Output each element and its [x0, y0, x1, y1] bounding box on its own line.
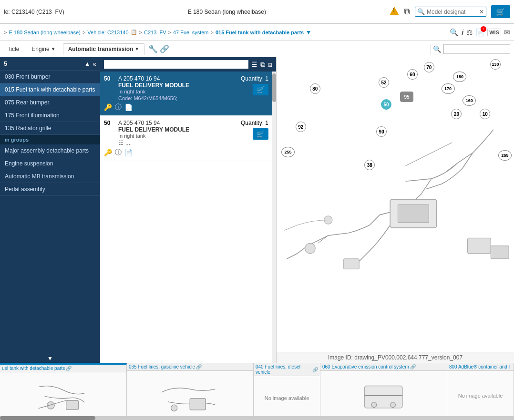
- breadcrumb-item-1[interactable]: Vehicle: C213140: [87, 30, 128, 35]
- part-2-doc-icon[interactable]: 📄: [124, 149, 133, 156]
- thumb-5-label-text[interactable]: 800 AdBlue® container and l: [449, 364, 510, 369]
- thumb-1-link-icon[interactable]: 🔗: [66, 366, 72, 371]
- sidebar-section-in-groups: in groups: [0, 135, 100, 144]
- part-1-cart-btn[interactable]: 🛒: [253, 84, 268, 95]
- email-icon[interactable]: ✉: [504, 28, 510, 37]
- parts-item-2[interactable]: 50 A 205 470 15 94 FUEL DELIVERY MODULE …: [100, 116, 272, 161]
- breadcrumb-copy-icon[interactable]: 📋: [131, 29, 137, 35]
- diag-label-255-right[interactable]: 255: [498, 150, 512, 161]
- parts-scrollbar[interactable]: [272, 72, 276, 363]
- diag-label-70[interactable]: 70: [424, 62, 434, 72]
- thumb-4-label-text[interactable]: 060 Evaporative emission control system: [322, 364, 409, 369]
- sidebar-scroll-down[interactable]: ▼: [0, 354, 100, 363]
- breadcrumb-dropdown-icon[interactable]: ▼: [306, 29, 311, 36]
- diag-label-95[interactable]: 95: [400, 92, 413, 102]
- search-clear-icon[interactable]: ✕: [479, 9, 484, 15]
- thumb-item-3[interactable]: 040 Fuel lines, diesel vehicle 🔗 No imag…: [254, 363, 320, 420]
- diag-label-52[interactable]: 52: [379, 77, 389, 88]
- sidebar-item-pedal[interactable]: Pedal assembly: [0, 183, 100, 196]
- parts-search-input[interactable]: [104, 60, 248, 69]
- sidebar-item-engine-suspension[interactable]: Engine suspension: [0, 157, 100, 170]
- sidebar-item-major-assembly[interactable]: Major assembly detachable parts: [0, 144, 100, 157]
- doc-notification-icon[interactable]: 📄 !: [475, 28, 484, 37]
- diag-label-50[interactable]: 50: [381, 99, 391, 110]
- thumb-strip: uel tank with detachable parts 🔗 035 Fue…: [0, 363, 514, 420]
- breadcrumb-sep-3: >: [211, 30, 214, 35]
- thumb-item-4[interactable]: 060 Evaporative emission control system …: [320, 363, 447, 420]
- parts-list-body: 50 A 205 470 16 94 FUEL DELIVERY MODULE …: [100, 72, 276, 363]
- sidebar-item-135[interactable]: 135 Radiator grille: [0, 122, 100, 135]
- info-icon[interactable]: i: [462, 28, 463, 36]
- breadcrumb-sep-1: >: [139, 30, 142, 35]
- tab-automatic-transmission[interactable]: Automatic transmission ▼: [63, 43, 145, 55]
- svg-point-9: [305, 243, 316, 254]
- thumb-item-2[interactable]: 035 Fuel lines, gasoline vehicle 🔗: [127, 363, 254, 420]
- sidebar-item-175[interactable]: 175 Front illumination: [0, 109, 100, 122]
- diag-label-130[interactable]: 130: [490, 59, 501, 70]
- sidebar-item-075[interactable]: 075 Rear bumper: [0, 96, 100, 109]
- tab-search-input[interactable]: [443, 44, 510, 54]
- thumb-item-1[interactable]: uel tank with detachable parts 🔗: [0, 363, 127, 420]
- breadcrumb-arrow: >: [4, 30, 7, 35]
- sidebar-down-btn[interactable]: ▼: [47, 355, 53, 362]
- diag-label-60[interactable]: 60: [407, 69, 418, 80]
- thumb-2-link-icon[interactable]: 🔗: [196, 364, 202, 369]
- parts-list-header: ☰ ⧉ ⧈: [100, 57, 276, 72]
- filter-icon[interactable]: ⚖: [466, 28, 473, 37]
- breadcrumb-item-3[interactable]: 47 Fuel system: [173, 30, 209, 35]
- tab-engine[interactable]: Engine ▼: [26, 43, 61, 55]
- part-2-details: A 205 470 15 94 FUEL DELIVERY MODULE In …: [118, 120, 238, 146]
- part-1-pos: 50: [104, 75, 115, 82]
- part-1-info-icon[interactable]: ⓘ: [115, 103, 122, 112]
- breadcrumb-item-4[interactable]: 015 Fuel tank with detachable parts: [216, 30, 304, 35]
- tab-search-icon: 🔍: [431, 44, 443, 54]
- thumb-3-link-icon[interactable]: 🔗: [312, 367, 318, 372]
- spanner-icon[interactable]: 🔧: [148, 44, 158, 53]
- part-2-key-icon[interactable]: 🔑: [104, 149, 112, 156]
- thumb-strip-scrollbar[interactable]: [0, 416, 514, 420]
- tab-vehicle[interactable]: ticle: [4, 43, 24, 55]
- image-viewer: 130 70 60 52 80 180 170 160 50 95 20 10 …: [277, 57, 514, 363]
- sidebar-item-030[interactable]: 030 Front bumper: [0, 71, 100, 83]
- parts-item-1[interactable]: 50 A 205 470 16 94 FUEL DELIVERY MODULE …: [100, 72, 272, 116]
- svg-rect-11: [344, 259, 359, 269]
- thumb-1-label-text[interactable]: uel tank with detachable parts: [2, 366, 65, 371]
- breadcrumb-item-0[interactable]: E 180 Sedan (long wheelbase): [9, 30, 80, 35]
- parts-icon[interactable]: 🔗: [160, 44, 169, 53]
- sidebar-item-auto-mb[interactable]: Automatic MB transmission: [0, 170, 100, 183]
- part-2-cart-btn[interactable]: 🛒: [253, 128, 268, 140]
- warning-icon[interactable]: !: [390, 7, 399, 17]
- svg-rect-6: [398, 205, 429, 223]
- parts-scroll-thumb: [272, 73, 276, 102]
- thumb-2-img: [127, 371, 253, 420]
- sidebar-collapse-icon[interactable]: ▲: [84, 60, 91, 68]
- parts-list-view-icon[interactable]: ☰: [251, 61, 257, 68]
- part-2-info-icon[interactable]: ⓘ: [115, 148, 122, 157]
- parts-detail-view-icon[interactable]: ⧉: [260, 61, 265, 69]
- diag-label-170[interactable]: 170: [442, 83, 455, 94]
- diag-label-92[interactable]: 92: [296, 122, 306, 132]
- copy-icon[interactable]: ⧉: [404, 7, 410, 17]
- thumb-3-label-text[interactable]: 040 Fuel lines, diesel vehicle: [256, 364, 311, 375]
- breadcrumb-item-2[interactable]: C213_FV: [144, 30, 166, 35]
- thumb-2-label-text[interactable]: 035 Fuel lines, gasoline vehicle: [129, 364, 195, 369]
- thumb-5-no-image: No image available: [458, 393, 503, 399]
- sidebar-item-015[interactable]: 015 Fuel tank with detachable parts: [0, 83, 100, 96]
- diag-label-255-left[interactable]: 255: [281, 147, 295, 157]
- thumb-3-label: 040 Fuel lines, diesel vehicle 🔗: [254, 363, 320, 376]
- thumb-item-5[interactable]: 800 AdBlue® container and l No image ava…: [447, 363, 514, 420]
- wis-icon[interactable]: WIS: [487, 29, 501, 36]
- parts-item-1-row: 50 A 205 470 16 94 FUEL DELIVERY MODULE …: [104, 75, 268, 101]
- tab-auto-trans-dropdown: ▼: [134, 46, 139, 51]
- sidebar-close-icon[interactable]: «: [93, 60, 96, 68]
- cart-add-icon[interactable]: 🛒: [491, 5, 510, 18]
- part-1-doc-icon[interactable]: 📄: [124, 103, 133, 111]
- part-1-key-icon[interactable]: 🔑: [104, 103, 112, 111]
- model-search-input[interactable]: [427, 9, 479, 15]
- parts-expand-icon[interactable]: ⧈: [268, 61, 272, 69]
- diag-label-90[interactable]: 90: [376, 126, 387, 137]
- diag-label-80[interactable]: 80: [310, 83, 320, 94]
- svg-line-0: [437, 143, 452, 150]
- thumb-4-link-icon[interactable]: 🔗: [410, 364, 416, 369]
- zoom-icon[interactable]: 🔍: [450, 28, 459, 37]
